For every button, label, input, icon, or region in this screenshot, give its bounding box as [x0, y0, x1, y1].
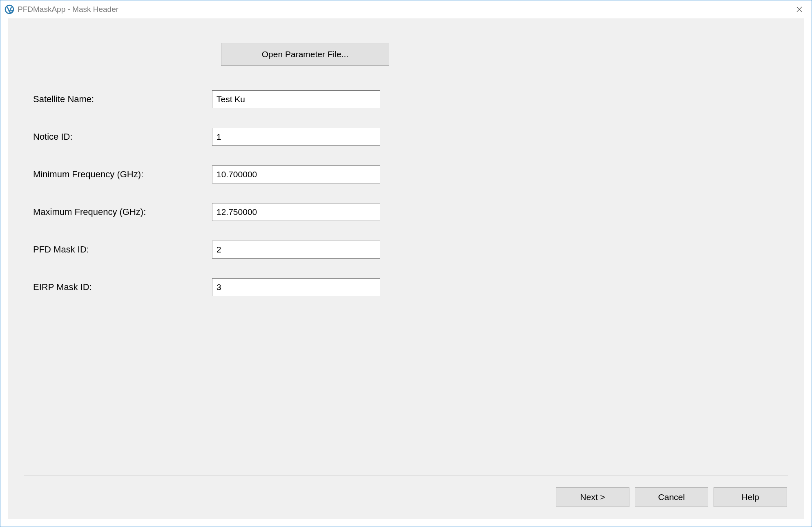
close-icon — [796, 7, 802, 12]
cancel-button[interactable]: Cancel — [635, 487, 708, 507]
label-notice-id: Notice ID: — [24, 132, 212, 142]
help-button[interactable]: Help — [714, 487, 787, 507]
form-area: Open Parameter File... Satellite Name: N… — [24, 43, 788, 476]
row-satellite-name: Satellite Name: — [24, 88, 788, 110]
input-pfd-mask-id[interactable] — [212, 241, 380, 259]
label-max-freq: Maximum Frequency (GHz): — [24, 207, 212, 217]
input-eirp-mask-id[interactable] — [212, 278, 380, 296]
open-parameter-file-button[interactable]: Open Parameter File... — [221, 43, 389, 66]
input-satellite-name[interactable] — [212, 90, 380, 108]
top-button-row: Open Parameter File... — [221, 43, 788, 66]
row-min-freq: Minimum Frequency (GHz): — [24, 163, 788, 185]
row-eirp-mask-id: EIRP Mask ID: — [24, 276, 788, 298]
row-max-freq: Maximum Frequency (GHz): — [24, 201, 788, 223]
button-bar: Next > Cancel Help — [24, 487, 788, 507]
input-min-freq[interactable] — [212, 165, 380, 183]
close-button[interactable] — [787, 0, 812, 18]
label-min-freq: Minimum Frequency (GHz): — [24, 169, 212, 180]
input-notice-id[interactable] — [212, 128, 380, 146]
content-panel: Open Parameter File... Satellite Name: N… — [8, 18, 804, 519]
svg-rect-1 — [10, 10, 13, 13]
titlebar: PFDMaskApp - Mask Header — [0, 0, 812, 18]
app-icon — [4, 4, 14, 14]
row-pfd-mask-id: PFD Mask ID: — [24, 239, 788, 261]
window-title: PFDMaskApp - Mask Header — [18, 5, 118, 14]
input-max-freq[interactable] — [212, 203, 380, 221]
label-satellite-name: Satellite Name: — [24, 94, 212, 105]
next-button[interactable]: Next > — [556, 487, 629, 507]
divider — [24, 476, 788, 476]
app-window: PFDMaskApp - Mask Header Open Parameter … — [0, 0, 812, 527]
label-pfd-mask-id: PFD Mask ID: — [24, 244, 212, 255]
label-eirp-mask-id: EIRP Mask ID: — [24, 282, 212, 293]
row-notice-id: Notice ID: — [24, 126, 788, 148]
